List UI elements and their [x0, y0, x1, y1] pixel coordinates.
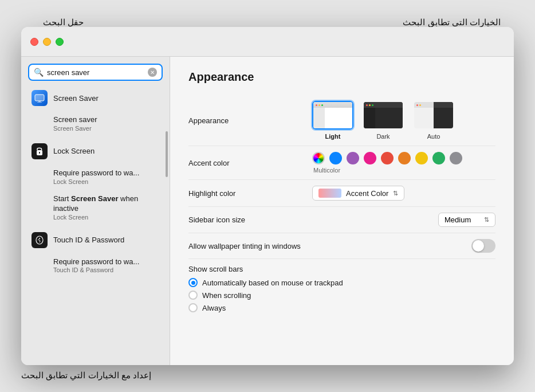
appearance-auto[interactable]: Auto — [413, 101, 454, 140]
appearance-options: Light — [312, 101, 454, 140]
appearance-light[interactable]: Light — [312, 101, 353, 140]
highlight-dropdown-arrow: ⇅ — [393, 190, 398, 197]
sidebar-icon-size-value: Medium — [444, 215, 471, 224]
wallpaper-tinting-row: Allow wallpaper tinting in windows — [188, 233, 495, 259]
accent-multicolor[interactable] — [312, 152, 325, 164]
sidebar-item-lockscreen-pw[interactable]: Require password to wa... Lock Screen — [21, 164, 170, 190]
sidebar-item-title: Screen saver — [53, 115, 159, 125]
sidebar-icon-size-row: Sidebar icon size Medium ⇅ — [188, 207, 495, 233]
annotation-top-right: الخيارات التي تطابق البحث — [403, 17, 501, 28]
touchid-group-title: Touch ID & Password — [53, 236, 124, 244]
accent-row — [312, 152, 462, 164]
lockscreen-group-title: Lock Screen — [53, 147, 95, 155]
accent-green[interactable] — [432, 152, 445, 164]
scroll-auto-label: Automatically based on mouse or trackpad — [202, 279, 343, 287]
lock-icon — [32, 143, 48, 159]
highlight-color-control: Accent Color ⇅ — [312, 186, 495, 201]
minimize-button[interactable] — [43, 38, 51, 46]
screen-saver-icon — [32, 90, 48, 106]
accent-pink[interactable] — [364, 152, 376, 164]
sidebar-item-inner: Screen saver Screen Saver — [50, 113, 163, 134]
lockscreen-ss-title: Start Screen Saver when inactive — [53, 194, 159, 214]
sidebar-group-header-screensaver[interactable]: Screen Saver — [25, 87, 166, 109]
svg-rect-5 — [39, 152, 40, 154]
annotation-bottom: إعداد مع الخيارات التي تطابق البحث — [21, 370, 151, 381]
search-box[interactable]: 🔍 ✕ — [28, 64, 163, 81]
scroll-scrolling-label: When scrolling — [202, 291, 251, 300]
highlight-color-value: Accent Color — [346, 189, 388, 198]
sidebar-icon-size-label: Sidebar icon size — [188, 215, 303, 224]
maximize-button[interactable] — [56, 38, 64, 46]
close-button[interactable] — [30, 38, 38, 46]
sidebar-group-header-touchid[interactable]: Touch ID & Password — [25, 229, 166, 252]
annotation-top-left: حقل البحث — [43, 17, 84, 28]
accent-color-row: Accent color — [188, 146, 495, 180]
wallpaper-tinting-toggle[interactable] — [471, 239, 495, 253]
touchid-icon — [32, 232, 48, 248]
accent-orange[interactable] — [398, 152, 411, 164]
search-clear-button[interactable]: ✕ — [148, 68, 157, 77]
accent-red[interactable] — [381, 152, 394, 164]
scroll-auto-radio — [188, 278, 198, 287]
accent-color-label: Accent color — [188, 159, 303, 167]
sidebar-icon-size-popup[interactable]: Medium ⇅ — [438, 213, 495, 227]
main-panel: Appearance Appearance — [170, 57, 514, 365]
wallpaper-tinting-label: Allow wallpaper tinting in windows — [188, 242, 303, 250]
multicolor-label: Multicolor — [313, 167, 462, 174]
scroll-always-radio — [188, 303, 198, 312]
highlight-color-label: Highlight color — [188, 189, 303, 198]
scroll-scrolling-option[interactable]: When scrolling — [188, 291, 495, 300]
touchid-pw-title: Require password to wa... — [53, 257, 159, 267]
accent-purple[interactable] — [347, 152, 359, 164]
sidebar: 🔍 ✕ — [21, 57, 170, 365]
scroll-always-option[interactable]: Always — [188, 303, 495, 312]
svg-rect-2 — [38, 101, 41, 102]
highlight-color-popup[interactable]: Accent Color ⇅ — [312, 186, 404, 201]
appearance-label: Appearance — [188, 116, 303, 125]
auto-thumb-img — [413, 101, 454, 130]
content-area: 🔍 ✕ — [21, 57, 514, 365]
appearance-dark[interactable]: Dark — [363, 101, 404, 140]
sidebar-item-touchid-pw[interactable]: Require password to wa... Touch ID & Pas… — [21, 253, 170, 279]
highlight-color-row: Highlight color Accent Color ⇅ — [188, 180, 495, 207]
window-wrapper: 🔍 ✕ — [21, 27, 514, 365]
scroll-scrolling-radio — [188, 291, 198, 300]
svg-point-7 — [39, 238, 40, 239]
svg-rect-1 — [35, 95, 44, 101]
lockscreen-ss-subtitle: Lock Screen — [53, 214, 159, 221]
outer-wrapper: الخيارات التي تطابق البحث حقل البحث إعدا… — [0, 0, 535, 392]
lockscreen-pw-title: Require password to wa... — [53, 168, 159, 178]
sidebar-item-lockscreen-ss[interactable]: Start Screen Saver when inactive Lock Sc… — [21, 190, 170, 225]
search-input[interactable] — [47, 68, 144, 77]
appearance-row: Appearance — [188, 95, 495, 146]
appearance-control: Light — [312, 101, 495, 140]
scroll-bars-title: Show scroll bars — [188, 265, 495, 273]
accent-yellow[interactable] — [415, 152, 428, 164]
accent-color-control: Multicolor — [312, 152, 495, 174]
sidebar-group-header-lockscreen[interactable]: Lock Screen — [25, 140, 166, 163]
screensaver-group-title: Screen Saver — [53, 94, 99, 103]
sidebar-scrollbar[interactable] — [166, 131, 168, 177]
wallpaper-tinting-control — [312, 239, 495, 253]
section-title: Appearance — [188, 70, 495, 84]
sidebar-item-subtitle: Screen Saver — [53, 125, 159, 132]
lockscreen-pw-subtitle: Lock Screen — [53, 178, 159, 185]
light-label: Light — [325, 133, 341, 140]
sidebar-group-lockscreen: Lock Screen Require password to wa... Lo… — [21, 139, 170, 225]
size-dropdown-arrow: ⇅ — [484, 216, 489, 224]
accent-blue[interactable] — [329, 152, 342, 164]
scroll-auto-option[interactable]: Automatically based on mouse or trackpad — [188, 278, 495, 287]
scroll-bars-section: Show scroll bars Automatically based on … — [188, 259, 495, 318]
accent-graphite[interactable] — [450, 152, 462, 164]
sidebar-group-screensaver: Screen Saver Screen saver Screen Saver — [21, 85, 170, 136]
scroll-auto-dot — [191, 281, 195, 285]
dark-thumb-img — [363, 101, 404, 130]
light-thumb-img — [312, 101, 353, 130]
toggle-knob — [473, 240, 484, 252]
dark-label: Dark — [376, 133, 390, 140]
traffic-lights — [30, 38, 64, 46]
svg-rect-3 — [37, 102, 42, 103]
sidebar-icon-size-control: Medium ⇅ — [312, 213, 495, 227]
sidebar-item-screensaver[interactable]: Screen saver Screen Saver — [21, 111, 170, 136]
scroll-bars-radio-group: Automatically based on mouse or trackpad… — [188, 278, 495, 312]
